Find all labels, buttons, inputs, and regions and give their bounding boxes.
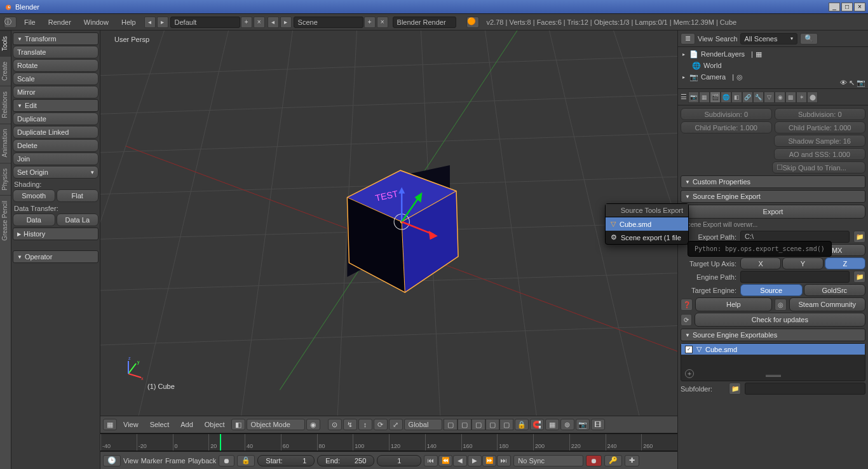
end-frame-field[interactable]: End:250 (317, 455, 374, 466)
join-button[interactable]: Join (13, 153, 98, 165)
ptab-object[interactable]: ◧ (731, 92, 742, 103)
engine-browse-button[interactable]: 📁 (853, 271, 865, 283)
outliner-menu-search[interactable]: Search (715, 35, 738, 43)
exportables-list[interactable]: ✓ ▽ Cube.smd ＋ (681, 343, 865, 381)
vtab-create[interactable]: Create (0, 56, 11, 86)
os-close-button[interactable]: × (854, 3, 865, 11)
layer-buttons[interactable]: ▢▢▢▢▢ (444, 419, 513, 430)
subdivision-left[interactable]: Subdivision: 0 (681, 108, 772, 120)
add-layout-button[interactable]: + (241, 17, 252, 28)
eye-icon[interactable]: 👁 (840, 79, 847, 87)
play-rev-button[interactable]: ◀ (453, 455, 467, 466)
ptab-constraints[interactable]: 🔗 (742, 92, 753, 103)
tl-menu-view[interactable]: View (123, 457, 139, 465)
translate-button[interactable]: Translate (13, 46, 98, 58)
os-minimize-button[interactable]: _ (829, 3, 840, 11)
scene-field[interactable]: Scene (294, 17, 363, 28)
browse-folder-button[interactable]: 📁 (853, 231, 865, 243)
ptab-scene[interactable]: 🎬 (710, 92, 721, 103)
engine-goldsrc-button[interactable]: GoldSrc (804, 284, 866, 296)
duplicate-linked-button[interactable]: Duplicate Linked (13, 126, 98, 139)
vtab-grease-pencil[interactable]: Grease Pencil (0, 195, 11, 246)
screen-layout-field[interactable]: Default (170, 17, 240, 28)
interaction-mode-dropdown[interactable]: Object Mode (247, 419, 305, 430)
mirror-button[interactable]: Mirror (13, 86, 98, 99)
props-editor-icon[interactable]: ☰ (681, 93, 687, 101)
os-maximize-button[interactable]: □ (841, 3, 853, 11)
outliner-menu-view[interactable]: View (698, 35, 713, 43)
exportable-checkbox[interactable]: ✓ (685, 346, 693, 353)
axis-x-button[interactable]: X (740, 257, 781, 269)
back-screen-button[interactable]: ◂ (144, 17, 156, 28)
gizmo-scale-icon[interactable]: ⤢ (389, 419, 403, 430)
ptab-data[interactable]: ▽ (764, 92, 775, 103)
custom-properties-header[interactable]: Custom Properties (681, 175, 865, 188)
manipulator-toggle[interactable]: ↯ (343, 419, 357, 430)
export-button[interactable]: Export (681, 205, 865, 219)
scale-button[interactable]: Scale (13, 72, 98, 85)
axis-z-button[interactable]: Z (825, 257, 865, 269)
operator-panel-header[interactable]: Operator (13, 250, 98, 263)
ptab-texture[interactable]: ▩ (785, 92, 796, 103)
proportional-edit-icon[interactable]: ⊚ (560, 419, 574, 430)
ptab-material[interactable]: ◉ (775, 92, 785, 103)
shadow-sample-field[interactable]: Shadow Sample: 16 (774, 135, 866, 147)
engine-path-field[interactable] (740, 271, 850, 283)
outliner-search-button[interactable]: 🔍 (800, 33, 818, 44)
snap-element-icon[interactable]: ▦ (545, 419, 559, 430)
snap-button[interactable]: 🧲 (530, 419, 544, 430)
vp-menu-object[interactable]: Object (200, 421, 230, 428)
shading-mode-button[interactable]: ◉ (306, 419, 320, 430)
fwd-scene-button[interactable]: ▸ (280, 17, 292, 28)
pivot-button[interactable]: ⊙ (328, 419, 342, 430)
jump-start-button[interactable]: ⏮ (424, 455, 438, 466)
child-particle-left[interactable]: Child Particle: 1.000 (681, 121, 772, 133)
menu-window[interactable]: Window (78, 18, 115, 26)
tl-menu-marker[interactable]: Marker (141, 457, 163, 465)
render-layers-item[interactable]: RenderLayers (701, 50, 745, 58)
timeline[interactable]: -40 -20 0 20 40 60 80 100 120 140 160 18… (100, 433, 677, 451)
vp-menu-view[interactable]: View (118, 421, 144, 428)
duplicate-button[interactable]: Duplicate (13, 112, 98, 125)
info-editor-type-icon[interactable]: ⓘ (4, 17, 17, 28)
data-button[interactable]: Data (13, 214, 55, 226)
ptab-modifiers[interactable]: 🔧 (753, 92, 764, 103)
vtab-tools[interactable]: Tools (0, 31, 11, 56)
keying-set-icon[interactable]: 🔑 (604, 455, 622, 466)
subfolder-field[interactable] (745, 383, 865, 395)
render-engine-field[interactable]: Blender Render (393, 17, 456, 28)
help-button[interactable]: Help (695, 297, 772, 311)
next-key-button[interactable]: ⏩ (482, 455, 496, 466)
rotate-button[interactable]: Rotate (13, 59, 98, 72)
exportables-header[interactable]: Source Engine Exportables (681, 329, 865, 341)
steam-community-button[interactable]: Steam Community (789, 297, 866, 311)
current-frame-field[interactable]: 1 (377, 455, 421, 466)
skip-quad-checkbox[interactable]: ☐ Skip Quad to Trian... (772, 161, 866, 173)
world-item[interactable]: World (703, 62, 722, 69)
keying-add-icon[interactable]: ✚ (625, 455, 639, 466)
start-frame-field[interactable]: Start:1 (257, 455, 315, 466)
history-panel-header[interactable]: History (13, 228, 98, 240)
edit-panel-header[interactable]: Edit (13, 99, 98, 112)
data-la-button[interactable]: Data La (57, 214, 99, 226)
ptab-physics[interactable]: ⬤ (807, 92, 818, 103)
timeline-editor-icon[interactable]: 🕒 (103, 455, 121, 466)
vp-menu-add[interactable]: Add (175, 421, 198, 428)
render-anim-icon[interactable]: 🎞 (591, 419, 605, 430)
source-engine-export-header[interactable]: Source Engine Export (681, 190, 865, 203)
menu-render[interactable]: Render (42, 18, 78, 26)
gizmo-translate-icon[interactable]: ↕ (358, 419, 372, 430)
lock-camera-icon[interactable]: 🔒 (515, 419, 529, 430)
ptab-world[interactable]: 🌐 (721, 92, 731, 103)
outliner-editor-icon[interactable]: ≣ (681, 33, 695, 44)
child-particle-right[interactable]: Child Particle: 1.000 (775, 121, 866, 133)
popup-item-cube[interactable]: ▽ Cube.smd (606, 217, 688, 231)
delete-button[interactable]: Delete (13, 139, 98, 152)
transform-panel-header[interactable]: Transform (13, 32, 98, 45)
check-updates-button[interactable]: Check for updates (695, 313, 865, 327)
cursor-icon[interactable]: ↖ (849, 79, 855, 87)
prev-key-button[interactable]: ⏪ (438, 455, 452, 466)
tl-menu-playback[interactable]: Playback (188, 457, 217, 465)
popup-item-scene-export[interactable]: ⚙ Scene export (1 file (606, 231, 688, 244)
axis-y-button[interactable]: Y (782, 257, 823, 269)
